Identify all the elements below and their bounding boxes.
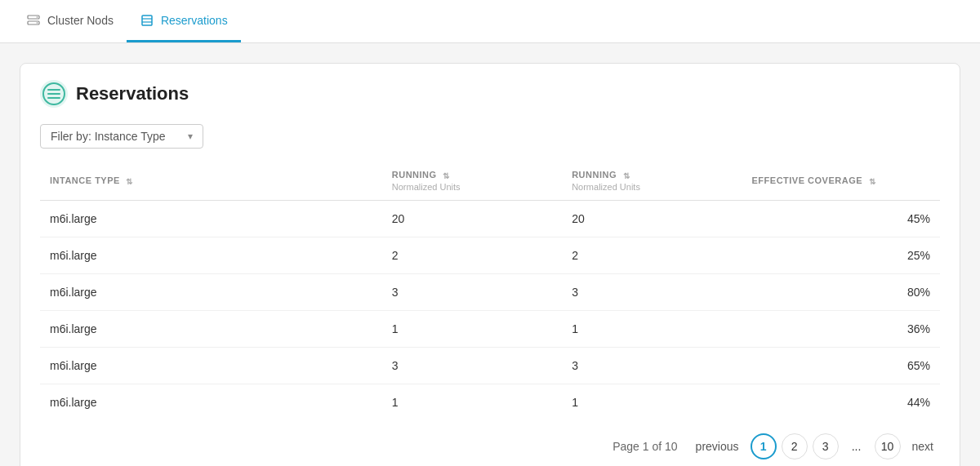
reservations-page-icon bbox=[40, 80, 68, 108]
table-row: m6i.large 3 3 80% bbox=[40, 273, 940, 310]
table-header: INTANCE TYPE ⇅ RUNNING ⇅ Normalized Unit… bbox=[40, 162, 940, 200]
svg-point-3 bbox=[37, 22, 38, 24]
table-row: m6i.large 1 1 36% bbox=[40, 310, 940, 347]
cell-running2: 3 bbox=[562, 347, 742, 384]
tab-cluster-nodes-label: Cluster Nods bbox=[47, 14, 114, 27]
tab-reservations[interactable]: Reservations bbox=[127, 0, 241, 42]
sort-icon-running2: ⇅ bbox=[623, 171, 630, 180]
cell-running1: 3 bbox=[382, 347, 562, 384]
table-row: m6i.large 2 2 25% bbox=[40, 237, 940, 273]
cell-coverage: 80% bbox=[742, 273, 940, 310]
next-button[interactable]: next bbox=[906, 433, 940, 459]
svg-point-2 bbox=[37, 16, 38, 18]
cell-instance-type: m6i.large bbox=[40, 200, 382, 237]
page-button-1[interactable]: 1 bbox=[751, 433, 777, 459]
cell-instance-type: m6i.large bbox=[40, 347, 382, 384]
reservations-table: INTANCE TYPE ⇅ RUNNING ⇅ Normalized Unit… bbox=[40, 162, 940, 420]
col-running2[interactable]: RUNNING ⇅ Normalized Units bbox=[562, 162, 742, 200]
page-button-2[interactable]: 2 bbox=[782, 433, 808, 459]
cell-running1: 1 bbox=[382, 384, 562, 420]
table-row: m6i.large 20 20 45% bbox=[40, 200, 940, 237]
col-running2-label: RUNNING bbox=[572, 170, 617, 180]
layers-icon bbox=[140, 13, 154, 28]
main-content: Reservations Filer by: Instance Type ▾ I… bbox=[0, 43, 980, 466]
cell-running1: 3 bbox=[382, 273, 562, 310]
chevron-down-icon: ▾ bbox=[188, 131, 193, 142]
page-button-3[interactable]: 3 bbox=[813, 433, 839, 459]
reservations-card: Reservations Filer by: Instance Type ▾ I… bbox=[20, 63, 960, 466]
cell-running2: 1 bbox=[562, 310, 742, 347]
table-row: m6i.large 1 1 44% bbox=[40, 384, 940, 420]
sort-icon-instance: ⇅ bbox=[126, 177, 133, 186]
cell-running1: 1 bbox=[382, 310, 562, 347]
cell-running1: 2 bbox=[382, 237, 562, 273]
cell-instance-type: m6i.large bbox=[40, 273, 382, 310]
cell-instance-type: m6i.large bbox=[40, 237, 382, 273]
cell-coverage: 36% bbox=[742, 310, 940, 347]
cell-running2: 1 bbox=[562, 384, 742, 420]
col-running1-label: RUNNING bbox=[392, 170, 437, 180]
cell-coverage: 65% bbox=[742, 347, 940, 384]
page-button-10[interactable]: 10 bbox=[875, 433, 901, 459]
instance-type-filter[interactable]: Filer by: Instance Type ▾ bbox=[40, 124, 203, 149]
cell-instance-type: m6i.large bbox=[40, 310, 382, 347]
cell-coverage: 44% bbox=[742, 384, 940, 420]
cell-coverage: 45% bbox=[742, 200, 940, 237]
col-instance-type-label: INTANCE TYPE bbox=[50, 175, 120, 185]
sort-icon-coverage: ⇅ bbox=[869, 177, 876, 186]
page-title: Reservations bbox=[76, 83, 189, 104]
cell-running2: 3 bbox=[562, 273, 742, 310]
table-header-row: INTANCE TYPE ⇅ RUNNING ⇅ Normalized Unit… bbox=[40, 162, 940, 200]
server-icon bbox=[26, 13, 41, 28]
svg-rect-4 bbox=[142, 16, 152, 25]
cell-coverage: 25% bbox=[742, 237, 940, 273]
page-info: Page 1 of 10 bbox=[612, 440, 677, 453]
col-running2-sublabel: Normalized Units bbox=[572, 182, 732, 192]
top-nav: Cluster Nods Reservations bbox=[0, 0, 980, 43]
previous-button[interactable]: previous bbox=[689, 433, 746, 459]
page-header: Reservations bbox=[40, 80, 940, 108]
tab-reservations-label: Reservations bbox=[161, 14, 228, 27]
tab-cluster-nodes[interactable]: Cluster Nods bbox=[13, 0, 127, 42]
cell-running2: 20 bbox=[562, 200, 742, 237]
pagination-row: Page 1 of 10 previous 1 2 3 ... 10 next bbox=[40, 420, 940, 466]
table-body: m6i.large 20 20 45% m6i.large 2 2 25% m6… bbox=[40, 200, 940, 420]
col-coverage[interactable]: EFFECTIVE COVERAGE ⇅ bbox=[742, 162, 940, 200]
filter-label: Filer by: Instance Type bbox=[51, 130, 166, 143]
cell-instance-type: m6i.large bbox=[40, 384, 382, 420]
cell-running1: 20 bbox=[382, 200, 562, 237]
col-instance-type[interactable]: INTANCE TYPE ⇅ bbox=[40, 162, 382, 200]
table-row: m6i.large 3 3 65% bbox=[40, 347, 940, 384]
col-running1-sublabel: Normalized Units bbox=[392, 182, 552, 192]
col-running1[interactable]: RUNNING ⇅ Normalized Units bbox=[382, 162, 562, 200]
filter-row: Filer by: Instance Type ▾ bbox=[40, 124, 940, 149]
col-coverage-label: EFFECTIVE COVERAGE bbox=[752, 175, 863, 185]
cell-running2: 2 bbox=[562, 237, 742, 273]
sort-icon-running1: ⇅ bbox=[443, 171, 450, 180]
page-dots: ... bbox=[844, 433, 870, 459]
